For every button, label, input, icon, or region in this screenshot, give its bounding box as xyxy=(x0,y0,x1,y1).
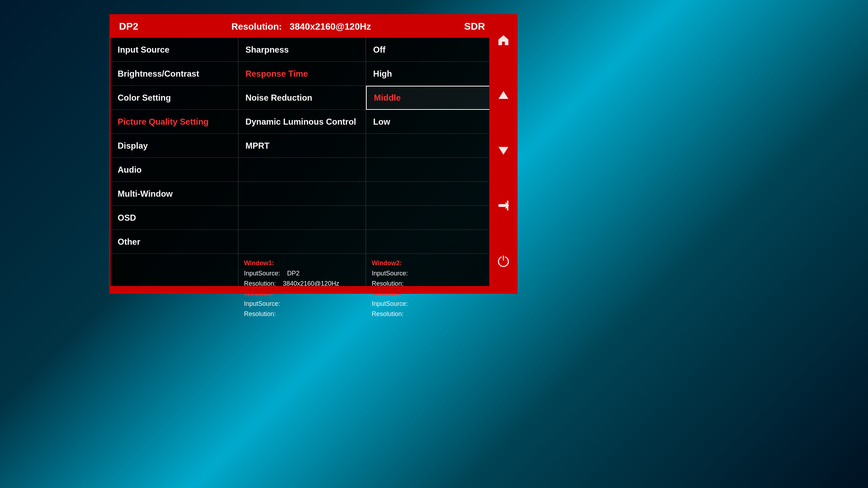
window3-input-label: InputSource: xyxy=(244,300,280,307)
svg-rect-2 xyxy=(498,204,506,207)
window1-label: Window1: xyxy=(244,260,274,267)
window1-input-label: InputSource: xyxy=(244,270,280,277)
submenu-noise-reduction[interactable]: Noise Reduction xyxy=(238,86,366,110)
submenu-dynamic-luminous[interactable]: Dynamic Luminous Control xyxy=(238,110,366,134)
menu-item-audio[interactable]: Audio xyxy=(111,158,238,182)
submenu-empty-4 xyxy=(238,230,366,254)
side-nav xyxy=(489,14,518,290)
value-response-time: High xyxy=(366,62,494,86)
value-sharpness: Off xyxy=(366,38,494,62)
value-empty-3 xyxy=(366,206,494,230)
value-mprt xyxy=(366,134,494,158)
submenu-sharpness[interactable]: Sharpness xyxy=(238,38,366,62)
value-empty-2 xyxy=(366,182,494,206)
down-icon[interactable] xyxy=(497,144,510,160)
resolution-display: Resolution: 3840x2160@120Hz xyxy=(231,21,371,32)
resolution-value: 3840x2160@120Hz xyxy=(290,21,371,32)
menu-item-picture-quality[interactable]: Picture Quality Setting xyxy=(111,110,238,134)
value-noise-reduction: Middle xyxy=(366,86,494,110)
menu-item-multi-window[interactable]: Multi-Window xyxy=(111,182,238,206)
menu-item-osd[interactable]: OSD xyxy=(111,206,238,230)
svg-marker-1 xyxy=(498,147,508,155)
resolution-label: Resolution: xyxy=(231,21,282,32)
window1-input-value: DP2 xyxy=(287,270,300,277)
bottom-bar xyxy=(110,286,518,294)
exit-icon[interactable] xyxy=(497,199,510,215)
header-bar: DP2 Resolution: 3840x2160@120Hz SDR xyxy=(111,15,494,38)
submenu-column: Sharpness Response Time Noise Reduction … xyxy=(238,38,366,286)
value-empty-4 xyxy=(366,230,494,254)
input-label: DP2 xyxy=(119,21,138,32)
menu-item-brightness[interactable]: Brightness/Contrast xyxy=(111,62,238,86)
window3-res-label: Resolution: xyxy=(244,310,276,317)
svg-rect-4 xyxy=(507,201,508,210)
window2-input-label: InputSource: xyxy=(372,270,408,277)
menu-item-other[interactable]: Other xyxy=(111,230,238,254)
values-column: Off High Middle Low Window2: xyxy=(366,38,494,286)
submenu-response-time[interactable]: Response Time xyxy=(238,62,366,86)
submenu-mprt[interactable]: MPRT xyxy=(238,134,366,158)
submenu-empty-3 xyxy=(238,206,366,230)
submenu-empty-1 xyxy=(238,158,366,182)
value-empty-1 xyxy=(366,158,494,182)
content-area: Input Source Brightness/Contrast Color S… xyxy=(111,38,494,286)
window4-input-label: InputSource: xyxy=(372,300,408,307)
window2-label: Window2: xyxy=(372,260,402,267)
osd-panel: DP2 Resolution: 3840x2160@120Hz SDR Inpu… xyxy=(110,14,495,290)
menu-column: Input Source Brightness/Contrast Color S… xyxy=(111,38,238,286)
submenu-empty-2 xyxy=(238,182,366,206)
svg-marker-0 xyxy=(498,91,508,99)
menu-item-color-setting[interactable]: Color Setting xyxy=(111,86,238,110)
menu-item-input-source[interactable]: Input Source xyxy=(111,38,238,62)
mode-label: SDR xyxy=(464,21,485,32)
value-dynamic-luminous: Low xyxy=(366,110,494,134)
window4-res-label: Resolution: xyxy=(372,310,403,317)
home-icon[interactable] xyxy=(497,34,510,49)
power-icon[interactable] xyxy=(497,254,510,270)
up-icon[interactable] xyxy=(497,89,510,105)
menu-item-display[interactable]: Display xyxy=(111,134,238,158)
